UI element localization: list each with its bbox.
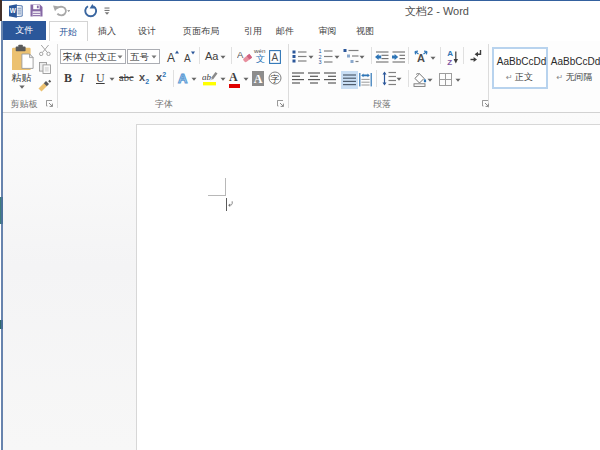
svg-text:A: A [167, 51, 175, 63]
svg-text:A: A [237, 49, 244, 60]
svg-text:3: 3 [319, 59, 322, 64]
svg-text:A: A [178, 71, 188, 85]
svg-text:A: A [417, 52, 425, 63]
svg-text:ab: ab [202, 72, 212, 82]
svg-text:W: W [10, 7, 17, 14]
svg-text:A: A [272, 52, 279, 63]
svg-text:文: 文 [256, 53, 266, 63]
svg-text:Z: Z [447, 58, 452, 66]
svg-text:A: A [184, 53, 191, 63]
svg-text:字: 字 [271, 74, 280, 84]
